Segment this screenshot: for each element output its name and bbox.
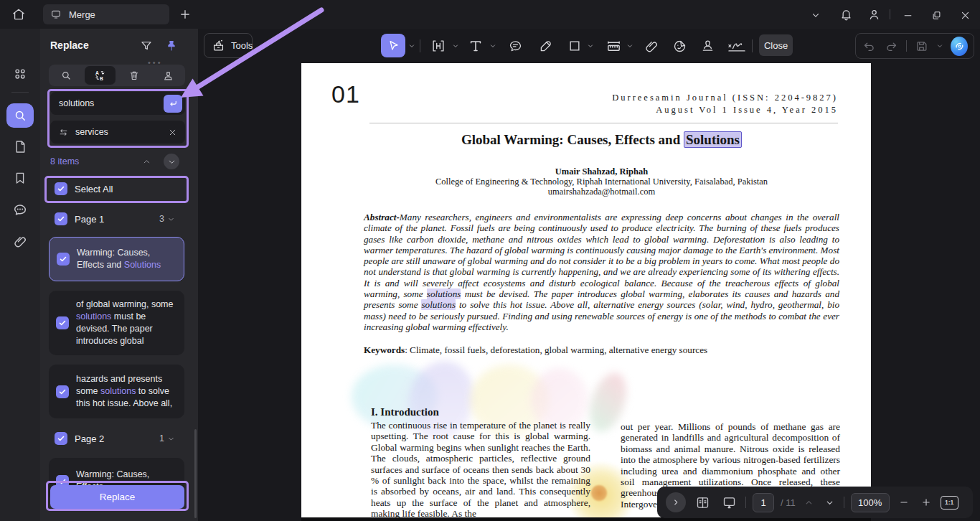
shape-tool-chevron[interactable] (587, 42, 594, 50)
highlighter-tool-button[interactable] (534, 35, 556, 57)
sticker-smiley-icon (672, 39, 687, 54)
result3-text: hazards and presents some solutions to s… (76, 373, 179, 410)
text-tool-chevron[interactable] (489, 42, 496, 50)
heading-tool-chevron[interactable] (452, 42, 459, 50)
tools-button[interactable]: Tools (204, 33, 253, 58)
actual-size-button[interactable]: 1:1 (941, 496, 958, 510)
notifications-button[interactable] (837, 5, 855, 24)
page2-checkbox[interactable] (55, 432, 67, 445)
attach-tool-button[interactable] (641, 35, 662, 57)
collapse-bar-button[interactable] (666, 492, 686, 512)
search-icon (13, 108, 27, 123)
replace-field[interactable] (50, 121, 185, 144)
select-tool-button[interactable] (381, 34, 405, 57)
journal-line2: August Vol 1 Issue 4, Year 2015 (612, 104, 838, 116)
zoom-out-button[interactable] (896, 494, 912, 510)
mode-redact-button[interactable] (153, 66, 184, 85)
search-result-item[interactable]: hazards and presents some solutions to s… (49, 365, 184, 418)
page-number-input[interactable]: 1 (753, 493, 774, 512)
zoom-level-control[interactable]: 100% (851, 493, 890, 512)
save-button[interactable] (914, 37, 929, 55)
mode-delete-button[interactable] (118, 66, 150, 85)
home-button[interactable] (9, 4, 29, 24)
save-options-chevron[interactable] (936, 42, 943, 50)
clear-replace-button[interactable] (165, 125, 179, 139)
author-block: Umair Shahzad, Riphah College of Enginee… (364, 166, 839, 197)
page2-group-row[interactable]: Page 2 1 (55, 432, 185, 445)
filter-button[interactable] (138, 37, 155, 55)
search-field[interactable] (50, 92, 185, 115)
stamp-tool-button[interactable] (697, 35, 718, 57)
expand-all-button[interactable] (164, 154, 179, 169)
account-button[interactable] (864, 5, 883, 24)
comment-tool-button[interactable] (504, 35, 526, 57)
home-icon (11, 7, 26, 22)
result2-checkbox[interactable] (56, 316, 69, 329)
next-page-button[interactable] (823, 495, 837, 510)
search-result-item[interactable]: of global warming, some solutions must b… (49, 291, 184, 355)
chat-bubble-icon (12, 202, 28, 217)
text-tool-button[interactable] (465, 35, 486, 57)
restore-button[interactable] (927, 6, 946, 24)
titlebar-expand-button[interactable] (806, 6, 825, 24)
measure-tool-button[interactable] (603, 35, 624, 57)
signature-tool-button[interactable] (724, 35, 750, 57)
new-tab-button[interactable] (175, 4, 195, 24)
result3-checkbox[interactable] (56, 385, 69, 398)
intro-column-left: The continuous rise in temperature of th… (371, 420, 590, 520)
statusbar-separator (844, 497, 844, 508)
pin-button[interactable] (163, 37, 180, 55)
mode-replace-button[interactable]: AB (85, 66, 116, 85)
rail-divider (11, 92, 29, 93)
document-tab[interactable]: Merge (43, 4, 169, 24)
chevron-down-icon (811, 10, 821, 20)
search-input[interactable] (50, 98, 129, 108)
mode-search-button[interactable] (50, 66, 82, 85)
sidebar-item-bookmarks[interactable] (11, 169, 29, 187)
result1-text: Warming: Causes, Effects and Solutions (77, 247, 178, 271)
search-submit-button[interactable] (164, 95, 182, 113)
page1-checkbox[interactable] (55, 212, 67, 225)
page2-count-toggle[interactable]: 1 (159, 433, 175, 443)
sticker-tool-button[interactable] (669, 35, 690, 57)
collapse-all-button[interactable] (139, 154, 154, 169)
group-separator (906, 40, 907, 52)
undo-button[interactable] (862, 37, 877, 55)
page1-group-row[interactable]: Page 1 3 (55, 212, 185, 225)
select-all-row[interactable]: Select All (55, 182, 113, 195)
heading-tool-button[interactable] (428, 35, 449, 57)
zoom-in-button[interactable] (918, 494, 934, 510)
previous-page-button[interactable] (802, 495, 816, 510)
sidebar-item-pages[interactable] (11, 137, 29, 156)
select-all-checkbox[interactable] (55, 182, 67, 195)
page-layout-button[interactable] (692, 492, 712, 512)
measure-tool-chevron[interactable] (626, 42, 633, 50)
keywords-label: Keywords (364, 344, 405, 355)
presentation-mode-button[interactable] (719, 492, 739, 512)
replace-button[interactable]: Replace (50, 485, 184, 509)
close-window-button[interactable] (956, 6, 974, 24)
sidebar-item-comments[interactable] (10, 200, 30, 219)
close-search-button[interactable]: Close (759, 34, 793, 56)
page1-count-toggle[interactable]: 3 (159, 214, 175, 224)
sidebar-item-search[interactable] (6, 103, 34, 128)
cursor-icon (387, 39, 400, 52)
ai-assistant-button[interactable] (951, 37, 968, 56)
result2-text: of global warming, some solutions must b… (76, 299, 179, 347)
apps-grid-button[interactable] (11, 65, 29, 83)
sidebar-item-attachments[interactable] (11, 232, 29, 250)
search-result-item[interactable]: Warming: Causes, Effects and Solutions (49, 237, 184, 281)
shape-tool-button[interactable] (564, 35, 585, 57)
sunflower-center (591, 485, 607, 501)
result1-checkbox[interactable] (57, 253, 70, 266)
replace-input[interactable] (75, 127, 154, 137)
pdf-page: 01 Durreesamin Journal (ISSN: 2204-9827)… (301, 63, 871, 521)
stamp-icon (700, 39, 715, 54)
select-tool-chevron[interactable] (408, 42, 415, 50)
abstract-highlighted-match: solutions (427, 288, 461, 299)
redo-button[interactable] (884, 37, 899, 55)
panel-scrollbar[interactable] (194, 429, 197, 518)
minimize-button[interactable] (898, 6, 917, 24)
grid-icon (13, 67, 27, 81)
bell-icon (839, 8, 853, 22)
